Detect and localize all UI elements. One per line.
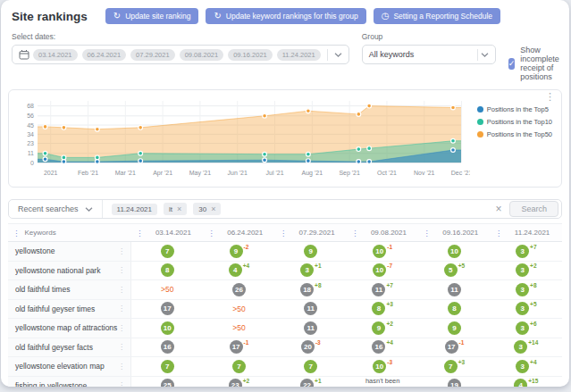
row-menu-kebab-icon[interactable]: ⋮ [118, 324, 125, 332]
rank-cell: 3+8 [491, 280, 562, 300]
column-menu-kebab-icon[interactable]: ⋮ [423, 229, 431, 238]
position-badge: 10 [448, 245, 461, 258]
column-header-date[interactable]: ⋮06.24.2021 [203, 223, 274, 242]
legend-dot [477, 119, 483, 125]
keyword-cell: yellowstone map of attractions⋮ [8, 319, 131, 338]
search-button[interactable]: Search [509, 201, 558, 217]
row-menu-kebab-icon[interactable]: ⋮ [118, 304, 125, 313]
rank-cell: 3+5 [491, 300, 562, 320]
keyword-label: old faithful geyser times [15, 304, 95, 313]
refresh-icon: ↻ [214, 12, 221, 21]
keyword-label: yellowstone national park [15, 266, 100, 275]
rankings-table: ⋮Keywords⋮03.14.2021⋮06.24.2021⋮07.29.20… [8, 223, 562, 387]
position-change: +3 [458, 359, 465, 365]
row-menu-kebab-icon[interactable]: ⋮ [118, 266, 125, 274]
rank-cell: >50 [203, 319, 274, 338]
rank-cell: 4+4 [203, 262, 274, 281]
position-change: -3 [387, 359, 392, 365]
rank-cell: 3+2 [491, 262, 562, 281]
search-chip[interactable]: 11.24.2021 [112, 204, 157, 215]
rank-cell: 16+4 [347, 338, 418, 358]
column-menu-kebab-icon[interactable]: ⋮ [351, 229, 359, 238]
recent-searches-dropdown[interactable]: Recent searches [9, 200, 103, 218]
table-row: yellowstone elevation map⋮77710-37+33+4 [8, 357, 562, 377]
column-menu-kebab-icon[interactable]: ⋮ [13, 229, 21, 238]
group-select[interactable]: All keywords [362, 45, 496, 64]
position-badge: 22 [300, 379, 314, 387]
svg-text:Apr '21: Apr '21 [153, 170, 172, 177]
keyword-label: fishing in yellowstone [15, 381, 87, 387]
remove-chip-icon[interactable]: × [177, 204, 181, 213]
search-chip[interactable]: lt× [164, 203, 187, 215]
not-collected-text: hasn't been collected [355, 377, 410, 387]
rank-cell: 9 [275, 242, 347, 262]
incomplete-positions-checkbox[interactable]: ✓ Show incomplete receipt of positions [508, 46, 565, 81]
date-chip[interactable]: 03.14.2021 [33, 49, 78, 61]
table-row: yellowstone national park⋮84+43+110-75+5… [8, 262, 562, 281]
rank-cell: 7 [275, 357, 347, 377]
update-site-ranking-button[interactable]: ↻ Update site ranking [105, 8, 199, 24]
column-header-label: 06.24.2021 [220, 229, 271, 237]
update-keyword-rankings-button[interactable]: ↻ Update keyword rankings for this group [206, 8, 365, 24]
legend-item[interactable]: Positions in the Top50 [477, 130, 552, 138]
column-header-date[interactable]: ⋮09.08.2021 [347, 223, 418, 242]
column-header-keywords[interactable]: ⋮Keywords [8, 223, 131, 242]
date-selector[interactable]: 03.14.202106.24.202107.29.202109.08.2021… [12, 45, 349, 64]
column-header-date[interactable]: ⋮11.24.2021 [491, 223, 562, 242]
date-chip[interactable]: 09.08.2021 [180, 49, 224, 61]
chevron-down-icon [85, 207, 93, 212]
chevron-down-icon[interactable] [334, 53, 342, 57]
rank-cell: 5+5 [418, 262, 490, 281]
position-change: +7 [386, 282, 392, 288]
site-rankings-window: Site rankings ↻ Update site ranking ↻ Up… [1, 0, 569, 387]
clear-search-icon[interactable]: × [495, 203, 501, 215]
position-badge: 11 [304, 321, 317, 335]
keyword-cell: yellowstone elevation map⋮ [8, 357, 131, 377]
svg-text:May '21: May '21 [189, 170, 211, 177]
position-badge: 9 [304, 245, 317, 258]
row-menu-kebab-icon[interactable]: ⋮ [118, 247, 125, 255]
column-menu-kebab-icon[interactable]: ⋮ [207, 229, 215, 238]
row-menu-kebab-icon[interactable]: ⋮ [118, 343, 125, 351]
column-header-date[interactable]: ⋮07.29.2021 [275, 223, 347, 242]
date-chip[interactable]: 09.16.2021 [228, 49, 273, 61]
rank-cell: 11 [275, 319, 347, 338]
rank-cell: 10 [418, 242, 490, 262]
filters-row: Select dates: 03.14.202106.24.202107.29.… [1, 28, 569, 89]
rank-cell: 8+3 [347, 300, 418, 320]
date-chip[interactable]: 07.29.2021 [130, 49, 175, 61]
column-menu-kebab-icon[interactable]: ⋮ [495, 229, 503, 238]
column-header-label: 03.14.2021 [148, 229, 199, 237]
position-badge: 3 [300, 263, 314, 277]
button-label: Update keyword rankings for this group [226, 12, 358, 21]
position-badge: 3 [516, 283, 529, 296]
recent-searches-label: Recent searches [18, 204, 79, 213]
divider [327, 49, 328, 61]
chart-menu-kebab-icon[interactable]: ⋮ [545, 91, 555, 103]
row-menu-kebab-icon[interactable]: ⋮ [118, 381, 125, 387]
search-chip-label: 11.24.2021 [117, 205, 152, 213]
search-chip[interactable]: 30× [193, 203, 221, 215]
date-chip[interactable]: 11.24.2021 [277, 49, 321, 61]
position-change: +2 [530, 263, 536, 269]
positions-chart-panel: 01123344556682021Feb '21Mar '21Apr '21Ma… [8, 89, 562, 188]
column-header-date[interactable]: ⋮09.16.2021 [418, 223, 490, 242]
legend-item[interactable]: Positions in the Top10 [477, 118, 552, 126]
rank-cell: 25 [131, 377, 203, 388]
date-chip[interactable]: 06.24.2021 [82, 49, 127, 61]
rank-cell: 17-1 [203, 338, 274, 358]
column-header-date[interactable]: ⋮03.14.2021 [131, 223, 203, 242]
legend-item[interactable]: Positions in the Top5 [477, 105, 552, 113]
position-badge: 25 [161, 379, 174, 387]
search-chip-list: 11.24.2021lt×30× [103, 203, 488, 215]
chart-legend: Positions in the Top5Positions in the To… [477, 105, 552, 138]
row-menu-kebab-icon[interactable]: ⋮ [118, 286, 125, 294]
reporting-schedule-button[interactable]: ◷ Setting a Reporting Schedule [374, 8, 500, 24]
column-menu-kebab-icon[interactable]: ⋮ [280, 229, 288, 238]
column-menu-kebab-icon[interactable]: ⋮ [136, 229, 144, 238]
legend-label: Positions in the Top50 [487, 130, 552, 138]
position-badge: 10 [373, 263, 386, 277]
keyword-cell: old faithful times⋮ [8, 280, 131, 300]
remove-chip-icon[interactable]: × [211, 204, 215, 213]
row-menu-kebab-icon[interactable]: ⋮ [118, 363, 125, 371]
